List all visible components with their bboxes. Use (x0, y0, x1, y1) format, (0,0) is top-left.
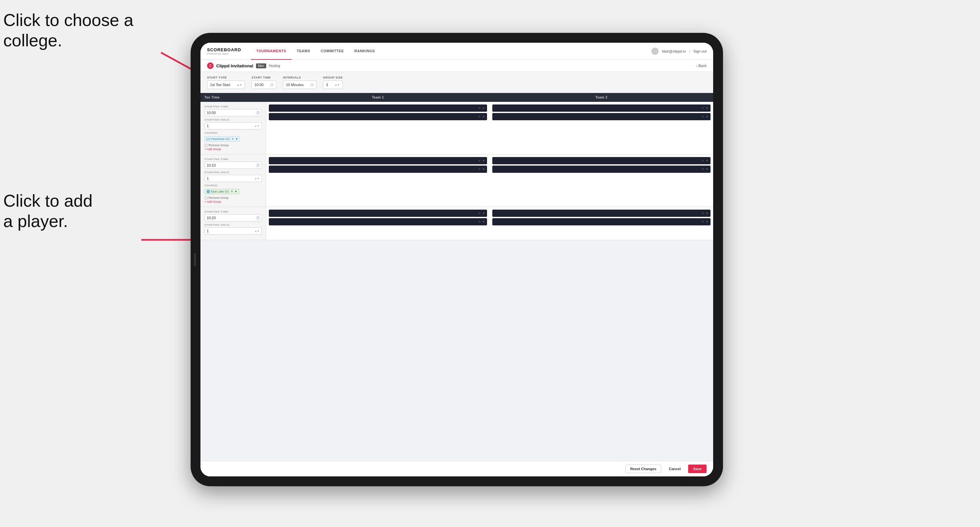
player-slot-5-2[interactable]: ✕ ▼ (269, 218, 487, 225)
player-slot-6-2[interactable]: ✕ ▼ (492, 218, 711, 225)
start-type-select[interactable]: 1st Tee Start ▲▼ (207, 81, 245, 89)
remove-group-2[interactable]: ◯ Remove Group (204, 196, 262, 200)
logo-text: SCOREBOARD (207, 47, 241, 52)
start-type-chevron: ▲▼ (237, 83, 242, 86)
slot-x-2-2[interactable]: ✕ (702, 115, 704, 118)
group-size-select[interactable]: 3 ▲▼ (323, 81, 343, 89)
slot-x-3-1[interactable]: ✕ (478, 159, 481, 162)
add-group-1[interactable]: + Add Group (204, 148, 262, 151)
slot-x-5-1[interactable]: ✕ (478, 211, 481, 215)
starting-hole-input-2[interactable]: 1 ▲▼ (204, 175, 262, 182)
cancel-button[interactable]: Cancel (664, 465, 686, 473)
course-remove-x-2[interactable]: ✕ (231, 190, 233, 193)
slot-arrow-2-1[interactable]: ▼ (706, 106, 708, 110)
starting-hole-input-3[interactable]: 1 ▲▼ (204, 227, 262, 235)
player-slot-4-1[interactable]: ✕ ▼ (492, 157, 711, 164)
config-row: Start Type 1st Tee Start ▲▼ Start Time 1… (200, 72, 713, 93)
player-slot-3-2[interactable]: ✕ ▼ (269, 166, 487, 173)
course-label-1: COURSE: (204, 132, 262, 134)
slot-x-4-2[interactable]: ✕ (702, 168, 704, 171)
hole-chevron-1: ▲▼ (255, 124, 259, 127)
tablet-screen: SCOREBOARD Powered by clippd TOURNAMENTS… (200, 43, 713, 476)
hosting-badge: Hosting (269, 64, 280, 68)
course-chevron-2[interactable]: ▼ (235, 190, 238, 193)
sign-out-link[interactable]: Sign out (694, 49, 706, 53)
starting-time-input-3[interactable]: 10:20 🕐 (204, 214, 262, 221)
start-time-label: Start Time (251, 76, 276, 79)
slot-arrow-6-2[interactable]: ▼ (706, 220, 708, 224)
course-tag-2[interactable]: 🌀 East Lake GC ✕ ▼ (204, 189, 239, 194)
course-tag-1[interactable]: (A) Peachtree GC ✕ ▼ (204, 137, 240, 141)
remove-group-1[interactable]: ◯ Remove Group (204, 144, 262, 147)
back-button[interactable]: ‹ Back (696, 64, 706, 68)
schedule-left-2: STARTING TIME: 10:10 🕐 STARTING HOLE: 1 … (200, 154, 266, 207)
time-icon-3: 🕐 (256, 216, 259, 219)
clippd-logo: C (207, 62, 214, 69)
player-slot-3-1[interactable]: ✕ ▼ (269, 157, 487, 164)
slot-arrow-4-1[interactable]: ▼ (706, 159, 708, 162)
slot-x-3-2[interactable]: ✕ (478, 168, 481, 171)
config-group-size: Group Size 3 ▲▼ (323, 76, 343, 89)
slot-x-5-2[interactable]: ✕ (478, 220, 481, 224)
player-slot-2-1[interactable]: ✕ ▼ (492, 105, 711, 112)
tablet-side-button (194, 253, 196, 266)
starting-time-label-2: STARTING TIME: (204, 158, 262, 161)
slot-x-6-2[interactable]: ✕ (702, 220, 704, 224)
slot-arrow-5-1[interactable]: ▼ (482, 211, 485, 215)
header-right: blair@clippd.io | Sign out (651, 48, 706, 55)
user-avatar (651, 48, 659, 55)
slot-x-1-2[interactable]: ✕ (478, 115, 481, 118)
slot-arrow-1-2[interactable]: ▼ (482, 115, 485, 118)
annotation-college: Click to choose acollege. (3, 10, 134, 51)
starting-hole-label-1: STARTING HOLE: (204, 118, 262, 121)
slot-x-2-1[interactable]: ✕ (702, 106, 704, 110)
reset-changes-button[interactable]: Reset Changes (625, 465, 661, 473)
slot-arrow-6-1[interactable]: ▼ (706, 211, 708, 215)
slot-arrow-4-2[interactable]: ▼ (706, 168, 708, 171)
save-button[interactable]: Save (688, 465, 706, 473)
hole-chevron-3: ▲▼ (255, 230, 259, 233)
schedule-row-3: STARTING TIME: 10:20 🕐 STARTING HOLE: 1 … (200, 207, 713, 240)
slot-arrow-2-2[interactable]: ▼ (706, 115, 708, 118)
nav-tab-rankings[interactable]: RANKINGS (349, 43, 380, 60)
starting-time-input-1[interactable]: 10:00 🕐 (204, 109, 262, 116)
player-slot-5-1[interactable]: ✕ ▼ (269, 210, 487, 217)
player-slot-4-2[interactable]: ✕ ▼ (492, 166, 711, 173)
schedule-row-1: STARTING TIME: 10:00 🕐 STARTING HOLE: 1 … (200, 102, 713, 154)
col-team2: Team 2 (490, 93, 713, 102)
starting-hole-input-1[interactable]: 1 ▲▼ (204, 122, 262, 129)
config-intervals: Intervals 10 Minutes 🕐 (283, 76, 317, 89)
add-group-2[interactable]: + Add Group (204, 200, 262, 203)
bottom-bar: Reset Changes Cancel Save (200, 461, 713, 476)
player-slot-2-2[interactable]: ✕ ▼ (492, 113, 711, 120)
course-remove-x-1[interactable]: ✕ (231, 137, 234, 141)
course-chevron-1[interactable]: ▼ (235, 137, 238, 141)
user-email: blair@clippd.io (662, 49, 686, 53)
start-time-select[interactable]: 10:00 🕐 (251, 81, 276, 89)
starting-time-label-3: STARTING TIME: (204, 210, 262, 213)
nav-tab-committee[interactable]: COMMITTEE (315, 43, 349, 60)
player-slot-6-1[interactable]: ✕ ▼ (492, 210, 711, 217)
app-header: SCOREBOARD Powered by clippd TOURNAMENTS… (200, 43, 713, 60)
player-slot-1-2[interactable]: ✕ ▼ (269, 113, 487, 120)
starting-time-input-2[interactable]: 10:10 🕐 (204, 162, 262, 169)
team2-cell-2: ✕ ▼ ✕ ▼ (490, 154, 713, 207)
player-slot-1-1[interactable]: ✕ ▼ (269, 105, 487, 112)
intervals-label: Intervals (283, 76, 317, 79)
nav-tab-tournaments[interactable]: TOURNAMENTS (251, 43, 291, 60)
slot-x-1-1[interactable]: ✕ (478, 106, 481, 110)
powered-by: Powered by clippd (207, 52, 241, 55)
tournament-title: Clippd Invitational (216, 63, 253, 68)
slot-x-4-1[interactable]: ✕ (702, 159, 704, 162)
col-team1: Team 1 (266, 93, 490, 102)
team1-cell-3: ✕ ▼ ✕ ▼ (266, 207, 490, 240)
slot-arrow-3-2[interactable]: ▼ (482, 168, 485, 171)
intervals-select[interactable]: 10 Minutes 🕐 (283, 81, 317, 89)
team1-cell-1: ✕ ▼ ✕ ▼ (266, 102, 490, 154)
hole-chevron-2: ▲▼ (255, 177, 259, 180)
slot-arrow-1-1[interactable]: ▼ (482, 106, 485, 110)
slot-arrow-5-2[interactable]: ▼ (482, 220, 485, 224)
nav-tab-teams[interactable]: TEAMS (291, 43, 315, 60)
slot-x-6-1[interactable]: ✕ (702, 211, 704, 215)
slot-arrow-3-1[interactable]: ▼ (482, 159, 485, 162)
